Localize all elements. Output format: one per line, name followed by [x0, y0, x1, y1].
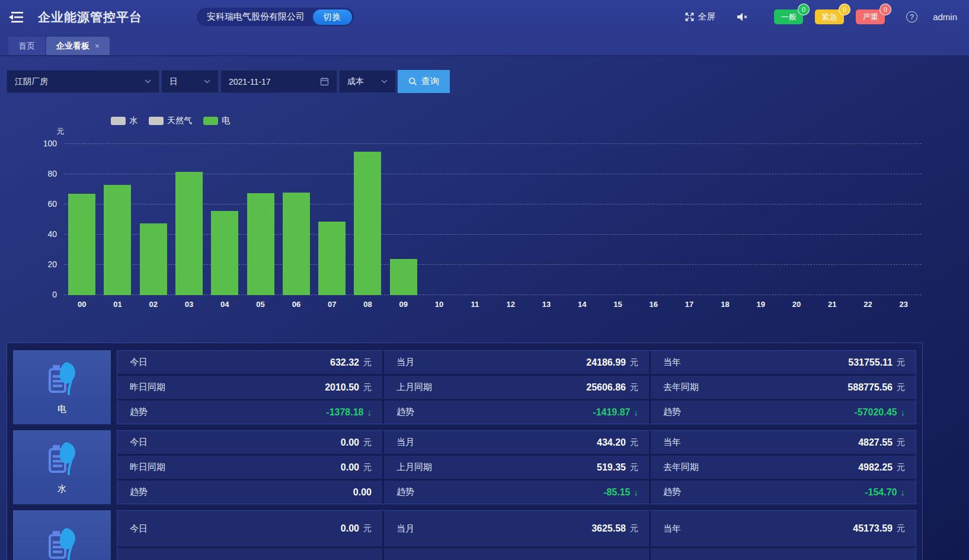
stat-label: 上月同期 — [396, 462, 432, 473]
stat-value: -1378.18 — [326, 407, 363, 418]
x-tick-label: 05 — [242, 300, 278, 311]
stats-column: 当月24186.99元上月同期25606.86元趋势-1419.87↓ — [384, 351, 649, 424]
query-button-label: 查询 — [421, 76, 439, 87]
stat-label: 今日 — [130, 357, 148, 368]
energy-row-电: 电今日632.32元昨日同期2010.50元趋势-1378.18↓当月24186… — [13, 350, 916, 424]
stats-cell — [651, 548, 916, 560]
tab-home[interactable]: 首页 — [8, 37, 45, 55]
tab-bar: 首页 企业看板 × — [0, 34, 969, 56]
chart-plot-area — [64, 144, 922, 295]
stat-label: 今日 — [130, 437, 148, 448]
company-switcher: 安科瑞电气股份有限公司 切换 — [197, 8, 354, 26]
stats-cell: 趋势-57020.45↓ — [651, 401, 916, 424]
stats-column: 今日0.00元昨日同期0.00元趋势0.00 — [117, 431, 382, 504]
stat-label: 趋势 — [663, 407, 681, 418]
stat-unit: 元 — [363, 523, 372, 534]
x-tick-label: 18 — [707, 300, 743, 311]
stats-cell: 昨日同期2010.50元 — [117, 376, 382, 399]
app-header: 企业能源管控平台 安科瑞电气股份有限公司 切换 全屏 一般 0 — [0, 0, 969, 34]
trend-down-arrow-icon: ↓ — [901, 407, 906, 417]
chart-legend: 水天然气电 — [111, 116, 230, 126]
stat-value: -57020.45 — [854, 407, 897, 418]
stat-value: -154.70 — [865, 487, 897, 498]
bar-hour-09 — [390, 259, 417, 295]
alarm-pill-severe[interactable]: 严重 0 — [856, 9, 885, 24]
trend-down-arrow-icon: ↓ — [901, 487, 906, 497]
stats-column: 当年45173.59元 — [651, 511, 916, 560]
stat-label: 今日 — [130, 523, 148, 535]
period-select[interactable]: 日 — [161, 70, 219, 93]
metric-select[interactable]: 成本 — [339, 70, 396, 93]
stats-cell: 上月同期25606.86元 — [384, 376, 649, 399]
stat-value: -85.15 — [603, 487, 630, 498]
stat-value: 0.00 — [341, 462, 359, 473]
x-tick-label: 14 — [564, 300, 600, 311]
stat-unit: 元 — [363, 437, 372, 448]
mute-icon — [737, 12, 748, 22]
stat-label: 上月同期 — [396, 382, 432, 393]
stat-unit: 元 — [363, 357, 372, 368]
x-tick-label: 17 — [671, 300, 707, 311]
user-menu[interactable]: admin — [933, 12, 957, 22]
alarm-pill-label: 一般 — [781, 12, 797, 23]
query-button[interactable]: 查询 — [398, 70, 450, 93]
legend-item-水[interactable]: 水 — [111, 116, 137, 126]
calendar-icon — [320, 77, 329, 86]
stat-label: 趋势 — [396, 407, 414, 418]
stat-label: 昨日同期 — [130, 462, 165, 473]
x-tick-label: 02 — [136, 300, 171, 311]
x-tick-label: 01 — [100, 300, 135, 311]
stats-cell: 趋势-1378.18↓ — [117, 401, 382, 424]
y-axis-unit: 元 — [52, 126, 69, 137]
alarm-count-badge: 0 — [839, 4, 850, 15]
help-icon[interactable]: ? — [906, 11, 917, 23]
sidebar-collapse-icon[interactable] — [8, 10, 25, 24]
fullscreen-button[interactable]: 全屏 — [685, 11, 715, 23]
tab-close-icon[interactable]: × — [95, 41, 100, 50]
tab-label: 首页 — [18, 41, 35, 52]
site-select[interactable]: 江阴厂房 — [7, 70, 159, 93]
stat-label: 当年 — [663, 357, 681, 368]
company-name: 安科瑞电气股份有限公司 — [207, 11, 305, 23]
stat-value: 3625.58 — [591, 523, 626, 534]
stats-cell — [384, 548, 649, 560]
stats-cell: 上月同期519.35元 — [384, 456, 649, 479]
x-tick-label: 20 — [779, 300, 814, 311]
alarm-pill-label: 严重 — [863, 12, 878, 23]
alarm-pill-general[interactable]: 一般 0 — [774, 9, 803, 24]
legend-item-天然气[interactable]: 天然气 — [149, 116, 192, 126]
legend-swatch-icon — [111, 117, 126, 125]
stat-unit: 元 — [630, 462, 638, 473]
stat-label: 当月 — [396, 523, 414, 535]
stats-cell: 当月24186.99元 — [384, 351, 649, 374]
stat-value: 25606.86 — [586, 382, 626, 393]
legend-item-电[interactable]: 电 — [203, 116, 230, 126]
date-picker[interactable]: 2021-11-17 — [220, 70, 337, 93]
stat-unit: 元 — [363, 462, 372, 473]
metric-select-value: 成本 — [347, 76, 364, 87]
stats-cell: 今日0.00元 — [117, 431, 382, 454]
stats-cell: 今日0.00元 — [117, 511, 382, 546]
fullscreen-icon — [685, 12, 695, 22]
search-icon — [408, 77, 417, 86]
bar-hour-02 — [140, 223, 167, 295]
alarm-pill-urgent[interactable]: 紧急 0 — [815, 9, 844, 24]
stat-label: 去年同期 — [663, 382, 699, 393]
bar-hour-05 — [247, 193, 274, 295]
switch-company-button[interactable]: 切换 — [313, 9, 352, 25]
tab-enterprise-board[interactable]: 企业看板 × — [46, 37, 110, 55]
x-tick-label: 12 — [493, 300, 529, 311]
y-tick-label: 80 — [33, 169, 57, 178]
stat-value: 0.00 — [353, 487, 372, 498]
alarm-count-badge: 0 — [798, 4, 810, 15]
stats-cell: 当年45173.59元 — [651, 511, 916, 546]
battery-leaf-icon — [44, 526, 81, 560]
chevron-down-icon — [374, 79, 388, 84]
date-value: 2021-11-17 — [229, 77, 271, 87]
stats-column: 今日0.00元 — [117, 511, 382, 560]
mute-button[interactable] — [737, 12, 748, 22]
x-tick-label: 19 — [743, 300, 779, 311]
energy-type-card: 水 — [13, 430, 111, 504]
y-gridline — [64, 143, 922, 144]
stat-label: 当年 — [663, 437, 681, 448]
